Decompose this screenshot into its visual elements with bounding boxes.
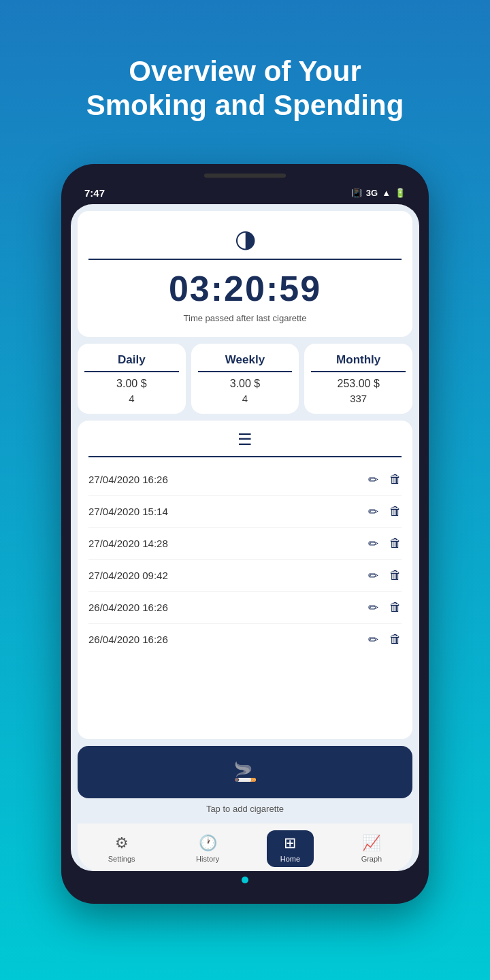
nav-settings-label: Settings xyxy=(108,855,135,863)
log-actions-4: ✏ 🗑 xyxy=(368,568,402,583)
settings-icon: ⚙ xyxy=(115,834,129,852)
log-entry: 27/04/2020 09:42 ✏ 🗑 xyxy=(88,560,402,592)
nav-graph[interactable]: 📈 Graph xyxy=(348,830,396,867)
log-date-2: 27/04/2020 15:14 xyxy=(88,506,168,517)
weekly-amount: 3.00 $ xyxy=(230,378,260,390)
nav-history[interactable]: 🕐 History xyxy=(182,830,233,867)
log-entry: 26/04/2020 16:26 ✏ 🗑 xyxy=(88,624,402,655)
nav-graph-label: Graph xyxy=(361,855,382,863)
log-actions-2: ✏ 🗑 xyxy=(368,504,402,519)
vibrate-icon: 📳 xyxy=(351,188,362,198)
home-indicator xyxy=(242,877,248,883)
delete-button-1[interactable]: 🗑 xyxy=(389,472,402,487)
edit-button-3[interactable]: ✏ xyxy=(368,536,378,551)
edit-button-2[interactable]: ✏ xyxy=(368,504,378,519)
delete-button-6[interactable]: 🗑 xyxy=(389,632,402,647)
monthly-count: 337 xyxy=(350,393,367,404)
log-date-1: 27/04/2020 16:26 xyxy=(88,474,168,485)
home-icon: ⊞ xyxy=(284,834,296,852)
daily-amount: 3.00 $ xyxy=(116,378,146,390)
log-entry: 27/04/2020 15:14 ✏ 🗑 xyxy=(88,496,402,528)
status-time: 7:47 xyxy=(84,187,105,199)
timer-divider xyxy=(88,259,402,260)
phone-notch xyxy=(204,174,286,178)
edit-button-4[interactable]: ✏ xyxy=(368,568,378,583)
status-bar: 7:47 📳 3G ▲ 🔋 xyxy=(71,184,419,204)
weekly-title: Weekly xyxy=(198,353,293,372)
status-icons: 📳 3G ▲ 🔋 xyxy=(351,188,406,198)
log-actions-3: ✏ 🗑 xyxy=(368,536,402,551)
cigarette-icon: 🚬 xyxy=(233,761,257,783)
log-actions-1: ✏ 🗑 xyxy=(368,472,402,487)
daily-title: Daily xyxy=(84,353,179,372)
phone-frame: 7:47 📳 3G ▲ 🔋 ◑ 03:20:59 Time passed aft… xyxy=(61,164,429,904)
monthly-stat-card: Monthly 253.00 $ 337 xyxy=(304,344,412,414)
delete-button-5[interactable]: 🗑 xyxy=(389,600,402,615)
daily-count: 4 xyxy=(129,393,134,404)
log-entry: 26/04/2020 16:26 ✏ 🗑 xyxy=(88,592,402,624)
delete-button-4[interactable]: 🗑 xyxy=(389,568,402,583)
nav-history-label: History xyxy=(196,855,219,863)
log-date-5: 26/04/2020 16:26 xyxy=(88,602,168,613)
timer-label: Time passed after last cigarette xyxy=(184,313,307,323)
nav-home-label: Home xyxy=(280,855,300,863)
daily-stat-card: Daily 3.00 $ 4 xyxy=(78,344,186,414)
log-date-4: 27/04/2020 09:42 xyxy=(88,570,168,581)
battery-icon: 🔋 xyxy=(395,188,406,198)
header-title: Overview of Your Smoking and Spending xyxy=(41,27,449,144)
weekly-stat-card: Weekly 3.00 $ 4 xyxy=(191,344,299,414)
edit-button-5[interactable]: ✏ xyxy=(368,600,378,615)
add-cigarette-button[interactable]: 🚬 xyxy=(78,746,412,798)
log-divider xyxy=(88,456,402,457)
edit-button-6[interactable]: ✏ xyxy=(368,632,378,647)
bottom-nav: ⚙ Settings 🕐 History ⊞ Home 📈 Graph xyxy=(78,823,412,871)
monthly-title: Monthly xyxy=(311,353,406,372)
log-date-6: 26/04/2020 16:26 xyxy=(88,634,168,645)
timer-icon: ◑ xyxy=(235,225,256,253)
nav-home[interactable]: ⊞ Home xyxy=(267,830,314,867)
delete-button-3[interactable]: 🗑 xyxy=(389,536,402,551)
log-entry: 27/04/2020 14:28 ✏ 🗑 xyxy=(88,528,402,560)
log-date-3: 27/04/2020 14:28 xyxy=(88,538,168,549)
page-header: Overview of Your Smoking and Spending xyxy=(0,0,490,164)
log-header: ☰ xyxy=(88,430,402,449)
list-icon: ☰ xyxy=(238,430,252,449)
timer-display: 03:20:59 xyxy=(169,268,321,309)
delete-button-2[interactable]: 🗑 xyxy=(389,504,402,519)
history-icon: 🕐 xyxy=(199,834,217,852)
stats-row: Daily 3.00 $ 4 Weekly 3.00 $ 4 Monthly 2… xyxy=(78,344,412,414)
edit-button-1[interactable]: ✏ xyxy=(368,472,378,487)
add-cigarette-section: 🚬 Tap to add cigarette xyxy=(78,746,412,817)
log-actions-6: ✏ 🗑 xyxy=(368,632,402,647)
add-cigarette-label: Tap to add cigarette xyxy=(78,804,412,817)
log-entry: 27/04/2020 16:26 ✏ 🗑 xyxy=(88,464,402,496)
monthly-amount: 253.00 $ xyxy=(338,378,380,390)
log-card: ☰ 27/04/2020 16:26 ✏ 🗑 27/04/2020 15:14 … xyxy=(78,421,412,739)
log-actions-5: ✏ 🗑 xyxy=(368,600,402,615)
timer-card: ◑ 03:20:59 Time passed after last cigare… xyxy=(78,211,412,337)
phone-screen: ◑ 03:20:59 Time passed after last cigare… xyxy=(71,204,419,871)
nav-settings[interactable]: ⚙ Settings xyxy=(95,830,149,867)
graph-icon: 📈 xyxy=(362,834,380,852)
weekly-count: 4 xyxy=(242,393,248,404)
network-label: 3G xyxy=(366,188,378,198)
signal-icon: ▲ xyxy=(382,188,391,198)
